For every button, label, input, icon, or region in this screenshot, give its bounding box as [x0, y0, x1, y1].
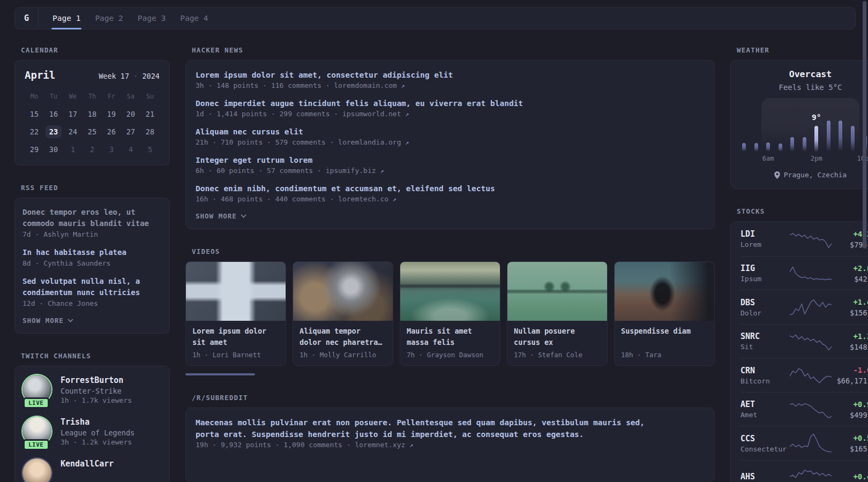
stock-sparkline	[790, 229, 832, 248]
video-meta: 1h · Lori Barnett	[192, 351, 279, 359]
weather-temperature-bar	[827, 120, 830, 152]
reddit-post-domain[interactable]: loremnet.xyz	[355, 441, 405, 449]
video-card-body: Lorem ipsum dolor sit amet consectetu… 1…	[186, 321, 286, 365]
stock-row[interactable]: LDI Lorem +4.35% $795.18	[740, 222, 868, 256]
stock-name: Consectetur	[740, 445, 790, 453]
rss-item-title[interactable]: In hac habitasse platea	[23, 247, 162, 258]
twitch-channel-name[interactable]: KendallCarr	[61, 458, 114, 469]
twitch-channel-row[interactable]: LIVE ForrestBurton Counter-Strike 1h · 1…	[23, 375, 162, 404]
hackernews-item-stats: 3h · 148 points · 116 comments ·	[196, 81, 330, 89]
calendar-day-number: 4	[123, 143, 139, 156]
hackernews-item-domain[interactable]: loremdomain.com	[334, 81, 396, 89]
reddit-post-title[interactable]: Maecenas mollis pulvinar erat non posuer…	[196, 417, 656, 440]
hackernews-item-domain[interactable]: loremlandia.org	[338, 138, 401, 146]
hackernews-item-domain[interactable]: loremtech.co	[338, 195, 388, 203]
stock-sparkline	[790, 433, 832, 453]
video-title[interactable]: Lorem ipsum dolor sit amet consectetu…	[192, 326, 279, 348]
videos-section: VIDEOS Lorem ipsum dolor sit amet consec…	[185, 247, 715, 375]
live-badge: LIVE	[23, 439, 49, 450]
video-title[interactable]: Mauris sit amet massa felis	[407, 326, 493, 348]
stock-identity: AHS	[740, 471, 790, 482]
rss-item: Donec tempor eros leo, ut commodo mauris…	[23, 207, 162, 238]
stock-row[interactable]: AET Amet +0.92% $499.72	[740, 392, 868, 426]
page-tab[interactable]: Page 2	[95, 7, 123, 29]
video-meta: 7h · Grayson Dawson	[407, 351, 493, 359]
video-title[interactable]: Aliquam tempor dolor nec pharetra…	[300, 326, 386, 348]
calendar-day: 21	[140, 106, 160, 122]
stock-sparkline	[790, 297, 832, 317]
calendar-day-number: 28	[142, 125, 158, 138]
page-tab-label: Page 4	[180, 14, 208, 22]
hackernews-item-stats: 6h · 60 points · 57 comments ·	[196, 167, 321, 175]
twitch-channel-meta: 1h · 1.7k viewers	[61, 396, 132, 404]
weather-location: Prague, Czechia	[742, 171, 868, 179]
hackernews-item-title[interactable]: Donec imperdiet augue tincidunt felis al…	[196, 97, 656, 109]
hackernews-item-title[interactable]: Aliquam nec cursus elit	[196, 126, 656, 138]
section-label-subreddit: /R/SUBREDDIT	[185, 394, 715, 402]
page-tab[interactable]: Page 1	[53, 7, 80, 29]
twitch-channel-row[interactable]: LIVE Trisha League of Legends 3h · 1.2k …	[23, 417, 162, 446]
page-scrollbar-thumb[interactable]	[863, 1, 866, 248]
twitch-channel-row[interactable]: KendallCarr	[23, 458, 162, 482]
calendar-day: 29	[25, 141, 44, 157]
page-tab[interactable]: Page 3	[138, 7, 166, 29]
stock-row[interactable]: CRN Bitcorn -1.00% $66,171.48	[740, 358, 868, 392]
avatar	[23, 458, 51, 482]
video-title[interactable]: Suspendisse diam	[621, 326, 708, 348]
calendar-day: 5	[140, 141, 160, 157]
hackernews-item-title[interactable]: Donec enim nibh, condimentum et accumsan…	[196, 183, 656, 194]
rss-item-title[interactable]: Sed volutpat nulla nisl, a condimentum n…	[23, 276, 162, 298]
hackernews-section: HACKER NEWS Lorem ipsum dolor sit amet, …	[185, 46, 715, 229]
twitch-channel-name[interactable]: ForrestBurton	[61, 375, 132, 386]
video-meta: 1h · Molly Carrillo	[300, 351, 386, 359]
weather-chart: 9°	[742, 100, 868, 152]
stock-row[interactable]: AHS +0.46%	[740, 460, 868, 482]
calendar-day-number: 16	[46, 108, 62, 120]
live-badge: LIVE	[23, 397, 49, 409]
stock-row[interactable]: SNRC Sit +1.36% $148.64	[740, 324, 868, 358]
stock-values: -1.00% $66,171.48	[832, 365, 868, 385]
stock-row[interactable]: DBS Dolor +1.42% $156.28	[740, 290, 868, 324]
hackernews-item-domain[interactable]: ipsumworld.net	[342, 110, 401, 118]
video-title[interactable]: Nullam posuere cursus ex	[514, 326, 601, 348]
middle-column: HACKER NEWS Lorem ipsum dolor sit amet, …	[185, 46, 715, 482]
rss-item-title[interactable]: Donec tempor eros leo, ut commodo mauris…	[23, 207, 162, 229]
video-card[interactable]: Suspendisse diam 18h · Tara	[614, 261, 715, 366]
page-tab-label: Page 3	[138, 14, 166, 22]
stock-row[interactable]: IIG Ipsum +2.84% $42.04	[740, 256, 868, 290]
twitch-channel-info: ForrestBurton Counter-Strike 1h · 1.7k v…	[61, 375, 132, 404]
weather-temperature-bar	[803, 137, 806, 152]
stock-sparkline	[790, 365, 832, 385]
stock-price: $156.28	[832, 308, 868, 317]
video-card[interactable]: Nullam posuere cursus ex 17h · Stefan Co…	[507, 261, 608, 366]
videos-scrollbar-thumb[interactable]	[185, 373, 255, 375]
calendar-day: 23	[44, 124, 63, 140]
app-logo[interactable]: G	[15, 7, 39, 29]
location-pin-icon	[774, 171, 780, 179]
twitch-channel-name[interactable]: Trisha	[61, 417, 134, 427]
external-link-icon: ↗	[409, 441, 413, 449]
weather-temperature-bar	[742, 143, 746, 152]
external-link-icon: ↗	[401, 82, 405, 89]
hackernews-item-title[interactable]: Lorem ipsum dolor sit amet, consectetur …	[196, 69, 656, 81]
hackernews-show-more-button[interactable]: SHOW MORE	[196, 212, 705, 220]
page-tab[interactable]: Page 4	[180, 7, 208, 29]
stock-change-percent: +1.36%	[832, 331, 868, 342]
stock-row[interactable]: CCS Consectetur +0.51% $165.84	[740, 426, 868, 460]
weather-feels-like: Feels like 5°C	[742, 83, 868, 92]
rss-show-more-button[interactable]: SHOW MORE	[23, 317, 162, 325]
stock-change-percent: +0.92%	[832, 399, 868, 410]
weather-temperature-bar	[766, 142, 770, 152]
video-card[interactable]: Mauris sit amet massa felis 7h · Grayson…	[400, 261, 500, 366]
video-card-body: Suspendisse diam 18h · Tara	[615, 321, 714, 365]
stock-sparkline	[790, 263, 832, 283]
weather-temperature-bar	[851, 126, 855, 152]
calendar-day-number: 23	[46, 125, 62, 138]
video-card[interactable]: Lorem ipsum dolor sit amet consectetu… 1…	[185, 261, 286, 366]
section-label-videos: VIDEOS	[185, 247, 715, 255]
video-card[interactable]: Aliquam tempor dolor nec pharetra… 1h · …	[293, 261, 393, 366]
stock-symbol: CRN	[740, 365, 790, 376]
hackernews-item-domain[interactable]: ipsumify.biz	[326, 167, 376, 175]
rss-card: Donec tempor eros leo, ut commodo mauris…	[14, 198, 170, 334]
hackernews-item-title[interactable]: Integer eget rutrum lorem	[196, 154, 656, 166]
